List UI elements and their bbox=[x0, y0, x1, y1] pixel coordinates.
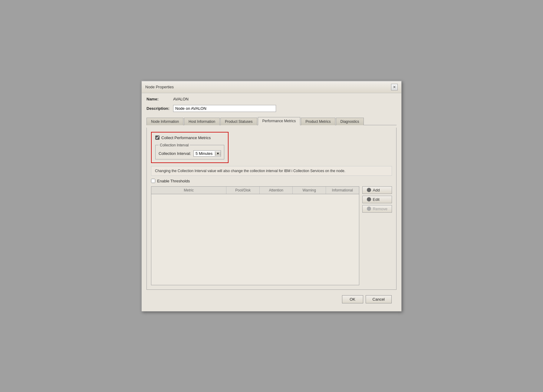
name-value: AVALON bbox=[173, 97, 189, 101]
add-icon bbox=[367, 188, 371, 192]
tab-diagnostics[interactable]: Diagnostics bbox=[336, 118, 364, 125]
remove-button[interactable]: Remove bbox=[362, 205, 392, 213]
side-buttons: Add Edit Remove bbox=[362, 186, 392, 285]
description-label: Description: bbox=[146, 106, 171, 111]
add-button[interactable]: Add bbox=[362, 186, 392, 194]
col-informational: Informational bbox=[326, 187, 359, 194]
collection-interval-value: 5 Minutes bbox=[194, 151, 215, 156]
table-body bbox=[151, 194, 359, 285]
enable-thresholds-row: Enable Thresholds bbox=[151, 179, 392, 183]
col-attention: Attention bbox=[260, 187, 293, 194]
enable-thresholds-checkbox[interactable] bbox=[151, 179, 155, 183]
col-metric: Metric bbox=[151, 187, 226, 194]
tab-performance-metrics[interactable]: Performance Metrics bbox=[258, 117, 301, 125]
collection-interval-select[interactable]: 5 Minutes ▼ bbox=[193, 150, 221, 157]
collection-interval-arrow[interactable]: ▼ bbox=[215, 151, 221, 156]
col-pool: Pool/Disk bbox=[226, 187, 260, 194]
info-text-box: Changing the Collection Interval value w… bbox=[151, 166, 392, 176]
performance-metrics-tab-content: Collect Performance Metrics Collection I… bbox=[146, 128, 397, 290]
collection-interval-legend: Collection Interval bbox=[159, 143, 190, 147]
tab-host-information[interactable]: Host Information bbox=[184, 118, 220, 125]
thresholds-table: Metric Pool/Disk Attention Warning Infor… bbox=[151, 186, 359, 285]
enable-thresholds-label: Enable Thresholds bbox=[157, 179, 190, 183]
collection-interval-fieldset: Collection Interval Collection Interval:… bbox=[155, 143, 224, 159]
collect-checkbox-row: Collect Performance Metrics bbox=[155, 136, 224, 140]
edit-icon bbox=[367, 197, 371, 201]
dialog-title: Node Properties bbox=[145, 85, 174, 89]
col-warning: Warning bbox=[293, 187, 326, 194]
dialog-footer: OK Cancel bbox=[146, 292, 397, 308]
description-input[interactable] bbox=[173, 105, 276, 112]
name-label: Name: bbox=[146, 97, 171, 101]
collection-interval-label: Collection Interval: bbox=[159, 151, 191, 156]
edit-label: Edit bbox=[373, 197, 380, 202]
description-row: Description: bbox=[146, 105, 397, 112]
cancel-button[interactable]: Cancel bbox=[366, 295, 392, 303]
tab-product-statuses[interactable]: Product Statuses bbox=[220, 118, 257, 125]
ok-button[interactable]: OK bbox=[342, 295, 363, 303]
tab-product-metrics[interactable]: Product Metrics bbox=[301, 118, 335, 125]
node-properties-dialog: Node Properties ✕ Name: AVALON Descripti… bbox=[141, 81, 402, 312]
remove-label: Remove bbox=[373, 207, 387, 211]
collect-highlight-box: Collect Performance Metrics Collection I… bbox=[151, 132, 229, 163]
title-bar: Node Properties ✕ bbox=[142, 81, 401, 93]
tab-node-information[interactable]: Node Information bbox=[146, 118, 183, 125]
name-row: Name: AVALON bbox=[146, 97, 397, 101]
thresholds-area: Metric Pool/Disk Attention Warning Infor… bbox=[151, 186, 392, 285]
tabs-container: Node Information Host Information Produc… bbox=[146, 117, 397, 125]
table-header: Metric Pool/Disk Attention Warning Infor… bbox=[151, 187, 359, 194]
close-button[interactable]: ✕ bbox=[391, 84, 398, 90]
info-text: Changing the Collection Interval value w… bbox=[155, 169, 345, 173]
dialog-body: Name: AVALON Description: Node Informati… bbox=[142, 93, 401, 311]
add-label: Add bbox=[373, 188, 380, 192]
remove-icon bbox=[367, 207, 371, 211]
edit-button[interactable]: Edit bbox=[362, 196, 392, 203]
collect-performance-metrics-label: Collect Performance Metrics bbox=[161, 136, 211, 140]
interval-row: Collection Interval: 5 Minutes ▼ bbox=[159, 150, 221, 157]
collect-performance-metrics-checkbox[interactable] bbox=[155, 136, 160, 140]
